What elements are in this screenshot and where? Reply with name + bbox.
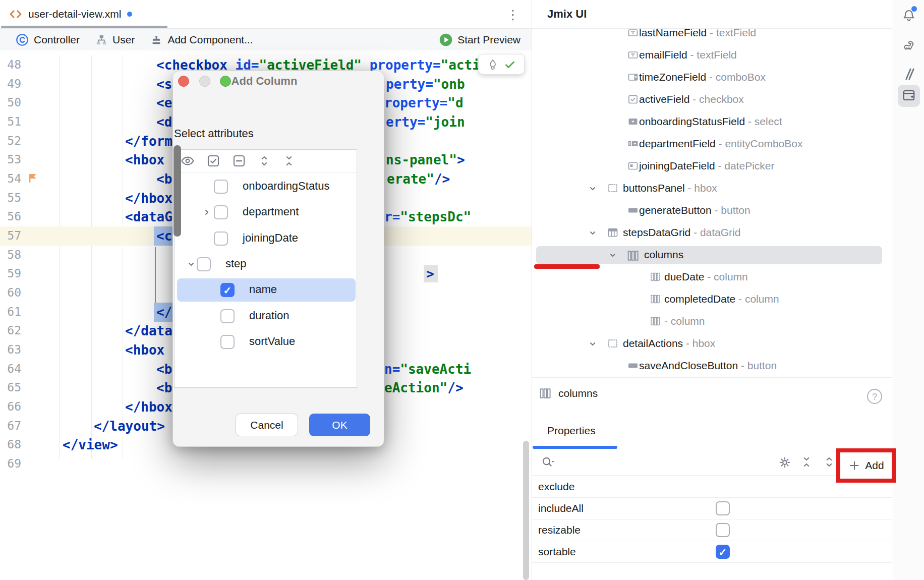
tree-item-stepsDataGrid[interactable]: stepsDataGrid - dataGrid (532, 223, 892, 242)
tree-item-label: columns (644, 249, 683, 261)
line-number: 61 (0, 305, 21, 318)
tree-item-label: dueDate - column (664, 271, 748, 283)
line-number: 62 (0, 324, 21, 337)
gradle-elephant-icon[interactable] (901, 38, 917, 54)
notification-badge (911, 6, 917, 12)
tree-item-dueDate[interactable]: dueDate - column (532, 267, 892, 286)
property-checkbox-resizable[interactable] (716, 523, 730, 537)
chevron-down-icon[interactable] (185, 258, 197, 270)
editor-options-kebab-icon[interactable]: ⋮ (505, 6, 521, 23)
property-label: includeAll (538, 502, 584, 514)
code-text: </hbox (125, 397, 172, 417)
intention-actions-popup[interactable] (478, 54, 525, 75)
code-text: </layout> (94, 417, 165, 436)
add-component-icon (150, 33, 163, 46)
collapse-all-icon[interactable] (799, 455, 814, 469)
attribute-row-name[interactable]: ✓name (175, 278, 357, 302)
add-component-button[interactable]: Add Component... (150, 33, 253, 46)
dialog-scrollbar-thumb[interactable] (174, 145, 181, 237)
attribute-row-step[interactable]: step (175, 253, 357, 276)
select-all-icon[interactable] (206, 153, 221, 168)
code-text: ns-panel"> (386, 150, 465, 169)
attribute-checkbox-department[interactable] (214, 205, 228, 219)
inspector-selection-title: columns (558, 387, 598, 399)
tab-properties[interactable]: Properties (547, 425, 596, 437)
add-property-button[interactable]: Add (865, 459, 884, 472)
dialog-title: Add Column (172, 75, 356, 88)
columns-icon (538, 386, 552, 400)
line-number: 67 (0, 419, 21, 432)
attribute-label: joiningDate (243, 231, 298, 245)
attribute-row-onboardingStatus[interactable]: onboardingStatus (175, 175, 357, 198)
chevron-down-icon[interactable] (587, 338, 599, 350)
component-tree[interactable]: lastNameField - textFieldemailField - te… (532, 29, 892, 377)
attribute-checkbox-name[interactable]: ✓ (220, 283, 235, 297)
collapse-all-icon[interactable] (282, 154, 296, 168)
controller-icon (15, 33, 29, 47)
editor-scrollbar-thumb[interactable] (523, 441, 529, 580)
tab-label: user-detail-view.xml (28, 8, 121, 20)
expand-all-icon[interactable] (822, 455, 836, 469)
tree-item-emailField[interactable]: emailField - textField (532, 45, 892, 65)
attribute-label: onboardingStatus (243, 180, 329, 193)
cancel-button[interactable]: Cancel (236, 414, 298, 436)
chevron-down-icon[interactable] (587, 183, 599, 195)
search-icon[interactable] (540, 455, 555, 470)
attribute-label: name (249, 283, 277, 296)
user-entity-button[interactable]: User (95, 33, 135, 46)
user-hierarchy-icon (95, 33, 108, 46)
tree-item-departmentField[interactable]: departmentField - entityComboBox (532, 134, 892, 153)
attribute-checkbox-joiningDate[interactable] (214, 231, 228, 246)
chevron-down-icon[interactable] (587, 227, 599, 239)
show-selected-eye-icon[interactable] (180, 153, 195, 168)
buttonic-icon (627, 204, 639, 216)
tree-item-timeZoneField[interactable]: timeZoneField - comboBox (532, 68, 892, 87)
attribute-checkbox-duration[interactable] (220, 309, 235, 323)
tab-user-detail-view[interactable]: user-detail-view.xml (0, 0, 132, 28)
tree-item-lastNameField[interactable]: lastNameField - textField (532, 29, 892, 42)
chevron-down-icon[interactable] (607, 249, 619, 261)
property-checkbox-includeAll[interactable] (716, 501, 730, 515)
tree-item-generateButton[interactable]: generateButton - button (532, 201, 892, 220)
property-row-sortable[interactable]: sortable✓ (532, 541, 892, 563)
chevron-right-icon[interactable] (201, 206, 213, 218)
attribute-row-department[interactable]: department (175, 201, 357, 224)
tree-item-columns[interactable]: columns (532, 245, 892, 264)
expand-all-icon[interactable] (257, 154, 271, 168)
tree-item-label: completedDate - column (664, 293, 779, 305)
tree-item-label: onboardingStatusField - select (639, 115, 782, 128)
attribute-row-joiningDate[interactable]: joiningDate (175, 227, 357, 250)
gear-icon[interactable] (777, 455, 792, 470)
attribute-label: sortValue (249, 335, 295, 348)
tree-item-joiningDateField[interactable]: joiningDateField - datePicker (532, 156, 892, 176)
property-row-resizable[interactable]: resizable (532, 519, 892, 541)
start-preview-button[interactable]: Start Preview (439, 33, 521, 47)
tree-item-completedDate[interactable]: completedDate - column (532, 289, 892, 309)
tree-item-label: joiningDateField - datePicker (639, 160, 774, 172)
attribute-checkbox-sortValue[interactable] (220, 335, 235, 349)
tree-item-activeField[interactable]: activeField - checkbox (532, 90, 892, 109)
attribute-row-sortValue[interactable]: sortValue (175, 330, 357, 354)
inspector-header: columns (538, 386, 598, 400)
controller-button[interactable]: Controller (15, 33, 80, 47)
attribute-checkbox-onboardingStatus[interactable] (214, 180, 228, 194)
property-row-includeAll[interactable]: includeAll (532, 498, 892, 519)
tree-item-buttonsPanel[interactable]: buttonsPanel - hbox (532, 179, 892, 198)
help-icon[interactable]: ? (867, 389, 882, 404)
buttonic-icon (627, 360, 639, 372)
tree-item-detailActions[interactable]: detailActions - hbox (532, 334, 892, 353)
property-checkbox-sortable[interactable]: ✓ (716, 545, 730, 559)
tree-item-column-13[interactable]: - column (532, 312, 892, 331)
columns3-icon (626, 249, 640, 263)
bookmark-icon[interactable] (26, 171, 39, 185)
deselect-all-icon[interactable] (232, 153, 247, 168)
attribute-row-duration[interactable]: duration (175, 305, 357, 328)
ai-assistant-icon[interactable] (901, 67, 917, 83)
line-number: 48 (0, 58, 21, 71)
code-text: <b (156, 169, 172, 189)
tree-item-saveAndCloseButton[interactable]: saveAndCloseButton - button (532, 356, 892, 375)
tree-item-onboardingStatusField[interactable]: onboardingStatusField - select (532, 112, 892, 131)
attribute-checkbox-step[interactable] (197, 257, 211, 271)
jmix-ui-header: Jmix UI (532, 0, 892, 29)
ok-button[interactable]: OK (309, 414, 370, 436)
